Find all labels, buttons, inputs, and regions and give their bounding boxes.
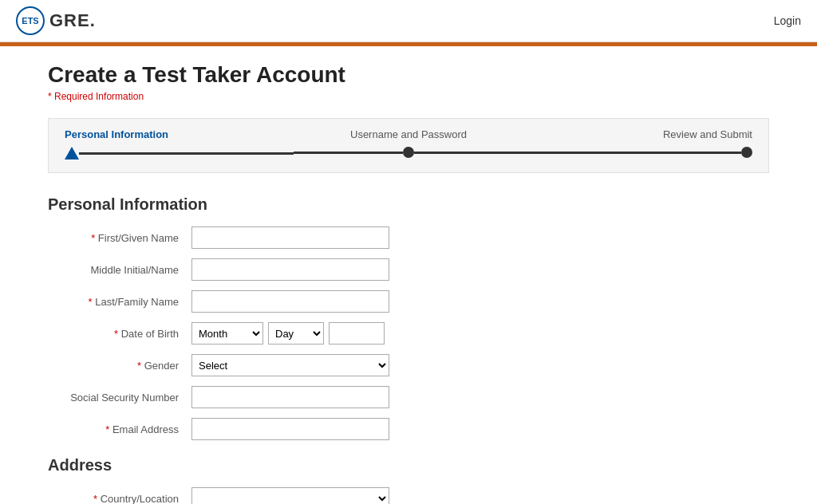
country-label: Country/Location xyxy=(48,493,191,505)
dob-container: MonthJanuaryFebruaryMarchAprilMayJuneJul… xyxy=(191,322,385,345)
steps-container: Personal Information Username and Passwo… xyxy=(48,118,769,173)
dob-month-select[interactable]: MonthJanuaryFebruaryMarchAprilMayJuneJul… xyxy=(191,322,263,345)
step-3-label: Review and Submit xyxy=(663,128,752,140)
step-1-label: Personal Information xyxy=(65,128,168,140)
email-label: Email Address xyxy=(48,423,191,435)
gre-logo: GRE. xyxy=(49,10,96,31)
step-1-indicator xyxy=(65,147,79,159)
step-2-indicator xyxy=(403,147,414,158)
gender-label: Gender xyxy=(48,360,191,372)
page-title: Create a Test Taker Account xyxy=(48,62,769,88)
country-select[interactable] xyxy=(191,487,389,504)
last-name-label: Last/Family Name xyxy=(48,296,191,308)
dob-row: Date of Birth MonthJanuaryFebruaryMarchA… xyxy=(48,322,769,345)
dob-year-input[interactable] xyxy=(329,322,385,345)
first-name-label: First/Given Name xyxy=(48,232,191,244)
step-1-connector xyxy=(79,152,294,155)
first-name-row: First/Given Name xyxy=(48,226,769,249)
middle-name-row: Middle Initial/Name xyxy=(48,258,769,281)
step-2-connector-right xyxy=(414,152,523,154)
last-name-input[interactable] xyxy=(191,290,389,313)
last-name-row: Last/Family Name xyxy=(48,290,769,313)
main-content: Create a Test Taker Account * Required I… xyxy=(0,46,817,504)
country-row: Country/Location xyxy=(48,487,769,504)
address-section: Address Country/Location Address Line 1 … xyxy=(48,456,769,504)
gender-row: Gender SelectMaleFemaleOther xyxy=(48,354,769,376)
first-name-input[interactable] xyxy=(191,226,389,249)
middle-name-input[interactable] xyxy=(191,258,389,281)
required-info: * Required Information xyxy=(48,91,769,102)
email-input[interactable] xyxy=(191,418,389,440)
steps: Personal Information Username and Passwo… xyxy=(65,128,752,159)
header: ETS GRE. Login xyxy=(0,0,817,42)
gender-select[interactable]: SelectMaleFemaleOther xyxy=(191,354,389,376)
ets-logo: ETS xyxy=(16,6,45,35)
step-review: Review and Submit xyxy=(523,128,752,158)
step-personal-info: Personal Information xyxy=(65,128,294,159)
step-username: Username and Password xyxy=(294,128,523,158)
logo-area: ETS GRE. xyxy=(16,6,96,35)
personal-info-title: Personal Information xyxy=(48,195,769,214)
ssn-row: Social Security Number xyxy=(48,386,769,408)
address-title: Address xyxy=(48,456,769,474)
step-3-indicator xyxy=(741,147,752,158)
ssn-label: Social Security Number xyxy=(48,392,191,404)
step-2-connector-left xyxy=(294,152,403,154)
email-row: Email Address xyxy=(48,418,769,440)
middle-name-label: Middle Initial/Name xyxy=(48,264,191,276)
dob-day-select[interactable]: Day1234567891011121314151617181920212223… xyxy=(268,322,324,345)
dob-label: Date of Birth xyxy=(48,328,191,340)
ssn-input[interactable] xyxy=(191,386,389,408)
personal-info-section: Personal Information First/Given Name Mi… xyxy=(48,195,769,440)
step-2-label: Username and Password xyxy=(350,128,467,140)
login-button[interactable]: Login xyxy=(774,14,801,27)
step-3-connector xyxy=(523,152,741,154)
